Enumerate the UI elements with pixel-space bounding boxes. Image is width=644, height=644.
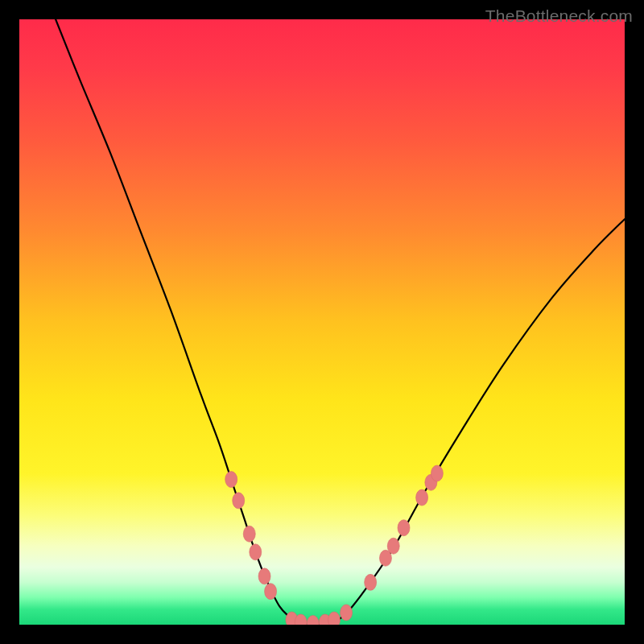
data-marker (431, 465, 443, 481)
data-marker (258, 568, 270, 584)
data-marker (225, 472, 237, 488)
chart-svg (19, 19, 625, 625)
data-marker (328, 612, 341, 625)
data-marker (416, 489, 428, 506)
watermark-text: TheBottleneck.com (485, 6, 633, 26)
data-marker (243, 526, 255, 542)
chart-frame: TheBottleneck.com (0, 0, 644, 644)
data-marker (265, 584, 277, 600)
data-marker (387, 538, 399, 554)
data-marker (233, 493, 245, 509)
data-marker (341, 605, 353, 621)
data-marker (398, 520, 410, 536)
chart-plot-area (19, 19, 625, 625)
data-marker (365, 574, 377, 590)
data-marker (250, 544, 262, 560)
